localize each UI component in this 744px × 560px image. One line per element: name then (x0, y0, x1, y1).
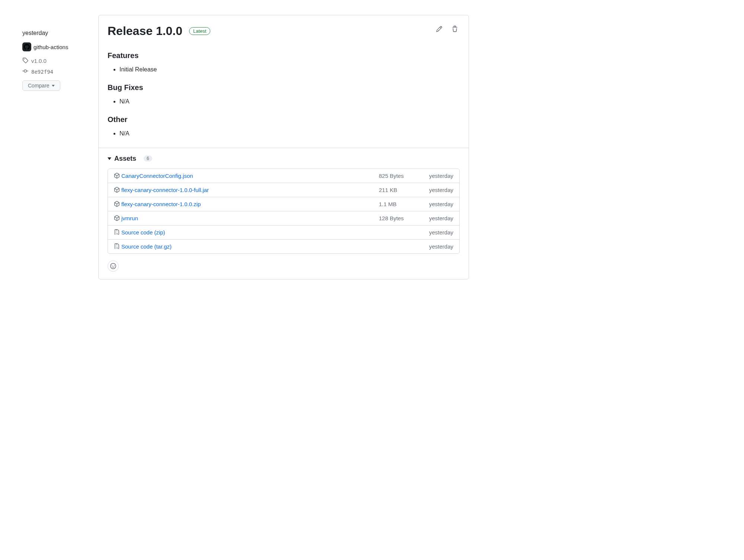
other-item: N/A (119, 128, 460, 138)
tag-link[interactable]: v1.0.0 (22, 57, 89, 64)
assets-count: 6 (144, 156, 152, 161)
asset-link[interactable]: jvmrun (121, 215, 138, 221)
asset-row: Source code (zip)yesterday (108, 225, 459, 240)
release-title: Release 1.0.0 (108, 24, 182, 38)
asset-size: 211 KB (379, 187, 416, 193)
asset-time: yesterday (416, 229, 453, 236)
smiley-icon (110, 263, 116, 269)
asset-time: yesterday (416, 243, 453, 250)
asset-size: 1.1 MB (379, 201, 416, 207)
pencil-icon (436, 26, 443, 32)
commit-icon (22, 68, 28, 75)
release-card: Release 1.0.0 Latest Features Initial Re… (98, 15, 469, 279)
tag-icon (22, 57, 28, 64)
asset-size: 128 Bytes (379, 215, 416, 221)
trash-icon (451, 26, 458, 32)
asset-row: Source code (tar.gz)yesterday (108, 240, 459, 253)
author-name: github-actions (33, 44, 68, 50)
release-time: yesterday (22, 30, 89, 36)
tag-label: v1.0.0 (31, 58, 47, 64)
asset-link[interactable]: flexy-canary-connector-1.0.0.zip (121, 201, 201, 207)
asset-row: flexy-canary-connector-1.0.0-full.jar211… (108, 183, 459, 197)
compare-label: Compare (28, 83, 50, 89)
caret-down-icon (108, 157, 111, 160)
assets-toggle[interactable]: Assets 6 (108, 155, 460, 163)
bugfixes-heading: Bug Fixes (108, 83, 460, 92)
asset-link[interactable]: CanaryConnectorConfig.json (121, 173, 193, 179)
other-heading: Other (108, 115, 460, 124)
asset-time: yesterday (416, 187, 453, 193)
features-heading: Features (108, 51, 460, 60)
asset-time: yesterday (416, 201, 453, 207)
github-icon (22, 42, 31, 51)
asset-time: yesterday (416, 215, 453, 221)
asset-row: CanaryConnectorConfig.json825 Bytesyeste… (108, 169, 459, 183)
package-icon (114, 187, 120, 193)
package-icon (114, 201, 120, 207)
latest-badge: Latest (189, 27, 210, 35)
edit-button[interactable] (434, 24, 444, 35)
compare-button[interactable]: Compare (22, 80, 60, 91)
assets-heading: Assets (114, 155, 136, 163)
package-icon (114, 215, 120, 221)
add-reaction-button[interactable] (108, 260, 119, 272)
asset-link[interactable]: flexy-canary-connector-1.0.0-full.jar (121, 187, 209, 193)
commit-link[interactable]: 8e92f94 (22, 68, 89, 75)
release-author[interactable]: github-actions (22, 42, 89, 51)
asset-row: jvmrun128 Bytesyesterday (108, 211, 459, 225)
asset-size: 825 Bytes (379, 173, 416, 179)
file-zip-icon (114, 229, 120, 235)
package-icon (114, 173, 120, 179)
asset-time: yesterday (416, 173, 453, 179)
file-zip-icon (114, 243, 120, 249)
commit-sha: 8e92f94 (31, 69, 53, 75)
asset-link[interactable]: Source code (zip) (121, 229, 165, 236)
asset-link[interactable]: Source code (tar.gz) (121, 243, 172, 250)
chevron-down-icon (52, 85, 55, 87)
bugfix-item: N/A (119, 96, 460, 106)
asset-row: flexy-canary-connector-1.0.0.zip1.1 MBye… (108, 197, 459, 211)
delete-button[interactable] (450, 24, 460, 35)
feature-item: Initial Release (119, 64, 460, 74)
